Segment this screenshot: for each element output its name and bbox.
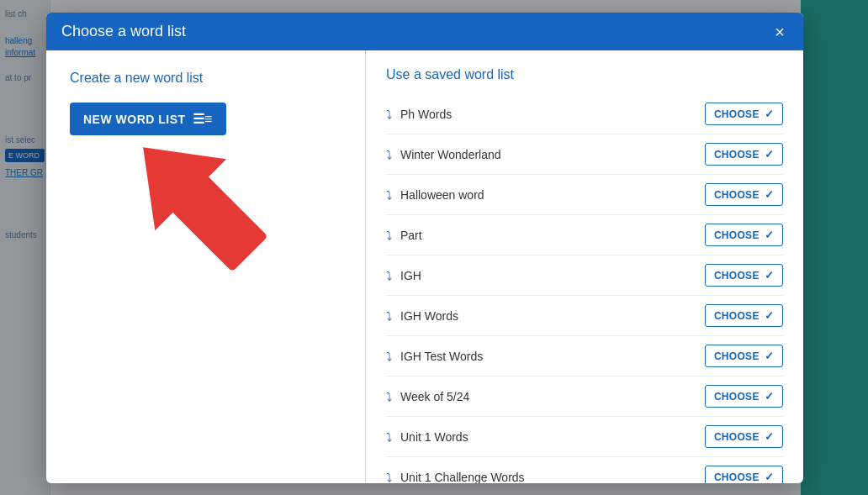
choose-button[interactable]: CHOOSE ✓: [705, 385, 783, 408]
chevron-down-icon[interactable]: ⤵: [386, 430, 392, 444]
choose-label: CHOOSE: [714, 431, 760, 443]
choose-label: CHOOSE: [714, 189, 760, 201]
word-list-name: Part: [400, 229, 422, 242]
word-list-left-2: ⤵ Halloween word: [386, 188, 484, 202]
modal-header: Choose a word list ×: [46, 13, 803, 50]
choose-button[interactable]: CHOOSE ✓: [705, 466, 783, 483]
choose-label: CHOOSE: [714, 471, 760, 483]
check-icon: ✓: [765, 309, 774, 322]
list-item: ⤵ Ph Words CHOOSE ✓: [386, 94, 783, 134]
new-word-list-label: NEW WORD LIST: [83, 113, 186, 126]
list-item: ⤵ IGH Words CHOOSE ✓: [386, 296, 783, 336]
check-icon: ✓: [765, 430, 774, 443]
chevron-down-icon[interactable]: ⤵: [386, 229, 392, 242]
list-icon: ☰≡: [193, 111, 213, 127]
new-word-list-button[interactable]: NEW WORD LIST ☰≡: [70, 103, 226, 135]
chevron-down-icon[interactable]: ⤵: [386, 390, 392, 403]
list-item: ⤵ Halloween word CHOOSE ✓: [386, 175, 783, 215]
chevron-down-icon[interactable]: ⤵: [386, 188, 392, 202]
create-word-list-title: Create a new word list: [70, 71, 341, 86]
list-item: ⤵ IGH CHOOSE ✓: [386, 255, 783, 296]
check-icon: ✓: [765, 108, 774, 120]
list-item: ⤵ Part CHOOSE ✓: [386, 215, 783, 255]
check-icon: ✓: [765, 390, 774, 403]
choose-button[interactable]: CHOOSE ✓: [705, 183, 783, 206]
word-list-name: Unit 1 Challenge Words: [400, 471, 525, 484]
word-list-left-9: ⤵ Unit 1 Challenge Words: [386, 471, 525, 484]
word-list-left-8: ⤵ Unit 1 Words: [386, 430, 468, 444]
word-list-left-1: ⤵ Winter Wonderland: [386, 148, 501, 161]
word-list-container[interactable]: ⤵ Ph Words CHOOSE ✓ ⤵ Winter Wonderland …: [366, 91, 803, 483]
chevron-down-icon[interactable]: ⤵: [386, 148, 392, 161]
right-panel: Use a saved word list ⤵ Ph Words CHOOSE …: [366, 50, 803, 483]
check-icon: ✓: [765, 471, 774, 483]
choose-label: CHOOSE: [714, 391, 760, 403]
word-list-name: Ph Words: [400, 108, 452, 121]
choose-label: CHOOSE: [714, 310, 760, 322]
chevron-down-icon[interactable]: ⤵: [386, 269, 392, 282]
list-item: ⤵ IGH Test Words CHOOSE ✓: [386, 336, 783, 377]
chevron-down-icon[interactable]: ⤵: [386, 108, 392, 121]
choose-button[interactable]: CHOOSE ✓: [705, 103, 783, 125]
right-panel-header: Use a saved word list: [366, 50, 803, 91]
choose-button[interactable]: CHOOSE ✓: [705, 143, 783, 166]
chevron-down-icon[interactable]: ⤵: [386, 309, 392, 323]
choose-label: CHOOSE: [714, 149, 760, 161]
check-icon: ✓: [765, 350, 774, 362]
choose-button[interactable]: CHOOSE ✓: [705, 304, 783, 327]
list-item: ⤵ Unit 1 Challenge Words CHOOSE ✓: [386, 457, 783, 483]
chevron-down-icon[interactable]: ⤵: [386, 471, 392, 484]
choose-button[interactable]: CHOOSE ✓: [705, 425, 783, 448]
word-list-name: Winter Wonderland: [400, 148, 501, 161]
saved-word-list-title: Use a saved word list: [386, 67, 783, 82]
chevron-down-icon[interactable]: ⤵: [386, 350, 392, 363]
choose-label: CHOOSE: [714, 350, 760, 362]
word-list-name: IGH Test Words: [400, 350, 483, 363]
choose-label: CHOOSE: [714, 108, 760, 120]
list-item: ⤵ Week of 5/24 CHOOSE ✓: [386, 377, 783, 417]
red-arrow-icon: [97, 101, 332, 336]
choose-button[interactable]: CHOOSE ✓: [705, 264, 783, 287]
arrow-annotation: [97, 101, 332, 336]
svg-rect-1: [149, 153, 267, 271]
word-list-name: Week of 5/24: [400, 390, 469, 403]
word-list-left-3: ⤵ Part: [386, 229, 422, 242]
check-icon: ✓: [765, 269, 774, 282]
word-list-left-7: ⤵ Week of 5/24: [386, 390, 469, 403]
word-list-left-0: ⤵ Ph Words: [386, 108, 452, 121]
choose-button[interactable]: CHOOSE ✓: [705, 345, 783, 367]
choose-label: CHOOSE: [714, 270, 760, 282]
choose-label: CHOOSE: [714, 229, 760, 241]
word-list-name: IGH: [400, 269, 421, 282]
modal-dialog: Choose a word list × Create a new word l…: [46, 13, 803, 483]
left-panel: Create a new word list NEW WORD LIST ☰≡: [46, 50, 366, 483]
choose-button[interactable]: CHOOSE ✓: [705, 224, 783, 246]
modal-close-button[interactable]: ×: [771, 24, 788, 40]
modal-title: Choose a word list: [61, 23, 186, 40]
list-item: ⤵ Winter Wonderland CHOOSE ✓: [386, 134, 783, 175]
check-icon: ✓: [765, 229, 774, 241]
check-icon: ✓: [765, 188, 774, 201]
word-list-name: IGH Words: [400, 309, 458, 323]
check-icon: ✓: [765, 148, 774, 161]
word-list-name: Unit 1 Words: [400, 430, 468, 444]
word-list-left-6: ⤵ IGH Test Words: [386, 350, 483, 363]
word-list-left-4: ⤵ IGH: [386, 269, 421, 282]
modal-body: Create a new word list NEW WORD LIST ☰≡: [46, 50, 803, 483]
word-list-left-5: ⤵ IGH Words: [386, 309, 458, 323]
word-list-name: Halloween word: [400, 188, 484, 202]
list-item: ⤵ Unit 1 Words CHOOSE ✓: [386, 417, 783, 457]
